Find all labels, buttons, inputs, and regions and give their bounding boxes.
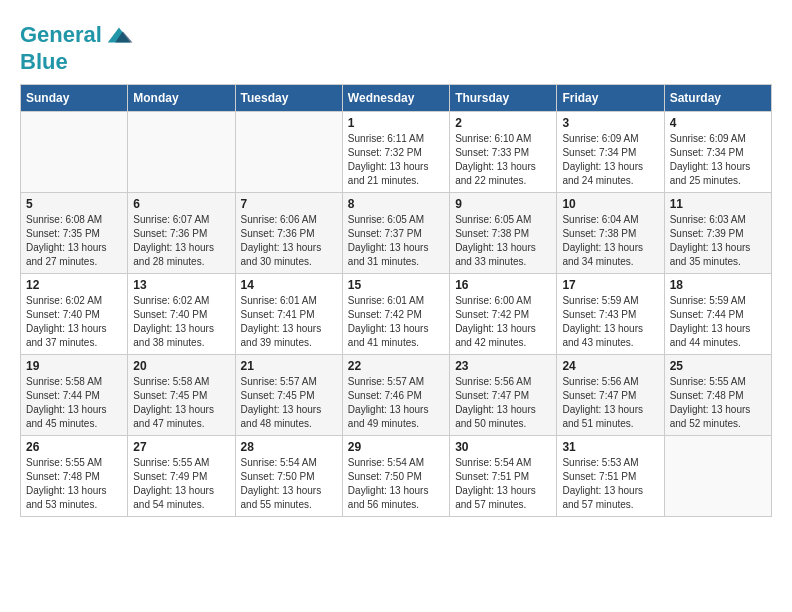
day-number: 26 <box>26 440 122 454</box>
day-number: 8 <box>348 197 444 211</box>
day-number: 14 <box>241 278 337 292</box>
calendar-week-5: 26Sunrise: 5:55 AMSunset: 7:48 PMDayligh… <box>21 436 772 517</box>
calendar-cell <box>664 436 771 517</box>
day-info: Sunrise: 6:05 AMSunset: 7:38 PMDaylight:… <box>455 213 551 269</box>
day-number: 13 <box>133 278 229 292</box>
calendar-cell: 13Sunrise: 6:02 AMSunset: 7:40 PMDayligh… <box>128 274 235 355</box>
day-info: Sunrise: 6:00 AMSunset: 7:42 PMDaylight:… <box>455 294 551 350</box>
calendar-cell: 18Sunrise: 5:59 AMSunset: 7:44 PMDayligh… <box>664 274 771 355</box>
weekday-header-monday: Monday <box>128 85 235 112</box>
day-number: 15 <box>348 278 444 292</box>
day-number: 9 <box>455 197 551 211</box>
day-info: Sunrise: 6:02 AMSunset: 7:40 PMDaylight:… <box>133 294 229 350</box>
day-info: Sunrise: 6:09 AMSunset: 7:34 PMDaylight:… <box>670 132 766 188</box>
calendar-cell: 4Sunrise: 6:09 AMSunset: 7:34 PMDaylight… <box>664 112 771 193</box>
calendar-cell <box>21 112 128 193</box>
logo-icon <box>104 20 134 50</box>
day-info: Sunrise: 6:03 AMSunset: 7:39 PMDaylight:… <box>670 213 766 269</box>
logo: General Blue <box>20 20 134 74</box>
day-number: 7 <box>241 197 337 211</box>
calendar-cell: 25Sunrise: 5:55 AMSunset: 7:48 PMDayligh… <box>664 355 771 436</box>
day-info: Sunrise: 6:02 AMSunset: 7:40 PMDaylight:… <box>26 294 122 350</box>
logo-text: General <box>20 23 102 47</box>
day-info: Sunrise: 6:06 AMSunset: 7:36 PMDaylight:… <box>241 213 337 269</box>
day-number: 4 <box>670 116 766 130</box>
day-number: 10 <box>562 197 658 211</box>
calendar-week-4: 19Sunrise: 5:58 AMSunset: 7:44 PMDayligh… <box>21 355 772 436</box>
calendar-cell: 16Sunrise: 6:00 AMSunset: 7:42 PMDayligh… <box>450 274 557 355</box>
calendar-cell: 7Sunrise: 6:06 AMSunset: 7:36 PMDaylight… <box>235 193 342 274</box>
day-info: Sunrise: 5:55 AMSunset: 7:48 PMDaylight:… <box>670 375 766 431</box>
weekday-header-saturday: Saturday <box>664 85 771 112</box>
day-number: 24 <box>562 359 658 373</box>
calendar-cell: 30Sunrise: 5:54 AMSunset: 7:51 PMDayligh… <box>450 436 557 517</box>
calendar-cell: 17Sunrise: 5:59 AMSunset: 7:43 PMDayligh… <box>557 274 664 355</box>
weekday-header-wednesday: Wednesday <box>342 85 449 112</box>
calendar-cell <box>235 112 342 193</box>
day-info: Sunrise: 6:09 AMSunset: 7:34 PMDaylight:… <box>562 132 658 188</box>
day-number: 6 <box>133 197 229 211</box>
calendar-cell: 14Sunrise: 6:01 AMSunset: 7:41 PMDayligh… <box>235 274 342 355</box>
day-number: 28 <box>241 440 337 454</box>
day-number: 16 <box>455 278 551 292</box>
day-number: 1 <box>348 116 444 130</box>
day-info: Sunrise: 5:55 AMSunset: 7:49 PMDaylight:… <box>133 456 229 512</box>
calendar-cell: 26Sunrise: 5:55 AMSunset: 7:48 PMDayligh… <box>21 436 128 517</box>
calendar-cell: 2Sunrise: 6:10 AMSunset: 7:33 PMDaylight… <box>450 112 557 193</box>
day-number: 29 <box>348 440 444 454</box>
calendar-cell: 29Sunrise: 5:54 AMSunset: 7:50 PMDayligh… <box>342 436 449 517</box>
day-info: Sunrise: 5:59 AMSunset: 7:43 PMDaylight:… <box>562 294 658 350</box>
day-info: Sunrise: 5:54 AMSunset: 7:50 PMDaylight:… <box>348 456 444 512</box>
day-info: Sunrise: 6:11 AMSunset: 7:32 PMDaylight:… <box>348 132 444 188</box>
calendar-cell: 19Sunrise: 5:58 AMSunset: 7:44 PMDayligh… <box>21 355 128 436</box>
calendar-cell <box>128 112 235 193</box>
calendar-cell: 6Sunrise: 6:07 AMSunset: 7:36 PMDaylight… <box>128 193 235 274</box>
day-number: 2 <box>455 116 551 130</box>
calendar-cell: 5Sunrise: 6:08 AMSunset: 7:35 PMDaylight… <box>21 193 128 274</box>
day-info: Sunrise: 5:56 AMSunset: 7:47 PMDaylight:… <box>562 375 658 431</box>
day-number: 17 <box>562 278 658 292</box>
day-number: 20 <box>133 359 229 373</box>
day-number: 25 <box>670 359 766 373</box>
day-info: Sunrise: 5:57 AMSunset: 7:45 PMDaylight:… <box>241 375 337 431</box>
day-info: Sunrise: 5:59 AMSunset: 7:44 PMDaylight:… <box>670 294 766 350</box>
calendar-week-1: 1Sunrise: 6:11 AMSunset: 7:32 PMDaylight… <box>21 112 772 193</box>
day-info: Sunrise: 6:04 AMSunset: 7:38 PMDaylight:… <box>562 213 658 269</box>
day-info: Sunrise: 6:01 AMSunset: 7:42 PMDaylight:… <box>348 294 444 350</box>
calendar-table: SundayMondayTuesdayWednesdayThursdayFrid… <box>20 84 772 517</box>
weekday-header-thursday: Thursday <box>450 85 557 112</box>
calendar-cell: 15Sunrise: 6:01 AMSunset: 7:42 PMDayligh… <box>342 274 449 355</box>
calendar-cell: 28Sunrise: 5:54 AMSunset: 7:50 PMDayligh… <box>235 436 342 517</box>
day-info: Sunrise: 6:07 AMSunset: 7:36 PMDaylight:… <box>133 213 229 269</box>
day-info: Sunrise: 6:08 AMSunset: 7:35 PMDaylight:… <box>26 213 122 269</box>
page-header: General Blue <box>20 20 772 74</box>
calendar-cell: 24Sunrise: 5:56 AMSunset: 7:47 PMDayligh… <box>557 355 664 436</box>
calendar-week-2: 5Sunrise: 6:08 AMSunset: 7:35 PMDaylight… <box>21 193 772 274</box>
day-info: Sunrise: 6:01 AMSunset: 7:41 PMDaylight:… <box>241 294 337 350</box>
day-info: Sunrise: 5:55 AMSunset: 7:48 PMDaylight:… <box>26 456 122 512</box>
calendar-cell: 12Sunrise: 6:02 AMSunset: 7:40 PMDayligh… <box>21 274 128 355</box>
day-number: 3 <box>562 116 658 130</box>
day-info: Sunrise: 5:58 AMSunset: 7:44 PMDaylight:… <box>26 375 122 431</box>
day-info: Sunrise: 5:56 AMSunset: 7:47 PMDaylight:… <box>455 375 551 431</box>
day-number: 22 <box>348 359 444 373</box>
day-info: Sunrise: 6:05 AMSunset: 7:37 PMDaylight:… <box>348 213 444 269</box>
day-number: 21 <box>241 359 337 373</box>
calendar-week-3: 12Sunrise: 6:02 AMSunset: 7:40 PMDayligh… <box>21 274 772 355</box>
calendar-cell: 11Sunrise: 6:03 AMSunset: 7:39 PMDayligh… <box>664 193 771 274</box>
calendar-cell: 22Sunrise: 5:57 AMSunset: 7:46 PMDayligh… <box>342 355 449 436</box>
day-number: 18 <box>670 278 766 292</box>
weekday-header-friday: Friday <box>557 85 664 112</box>
calendar-cell: 23Sunrise: 5:56 AMSunset: 7:47 PMDayligh… <box>450 355 557 436</box>
weekday-header-sunday: Sunday <box>21 85 128 112</box>
day-number: 30 <box>455 440 551 454</box>
calendar-cell: 1Sunrise: 6:11 AMSunset: 7:32 PMDaylight… <box>342 112 449 193</box>
weekday-header-tuesday: Tuesday <box>235 85 342 112</box>
calendar-cell: 8Sunrise: 6:05 AMSunset: 7:37 PMDaylight… <box>342 193 449 274</box>
day-number: 27 <box>133 440 229 454</box>
day-number: 23 <box>455 359 551 373</box>
day-info: Sunrise: 5:54 AMSunset: 7:50 PMDaylight:… <box>241 456 337 512</box>
calendar-cell: 3Sunrise: 6:09 AMSunset: 7:34 PMDaylight… <box>557 112 664 193</box>
day-info: Sunrise: 5:54 AMSunset: 7:51 PMDaylight:… <box>455 456 551 512</box>
calendar-cell: 20Sunrise: 5:58 AMSunset: 7:45 PMDayligh… <box>128 355 235 436</box>
